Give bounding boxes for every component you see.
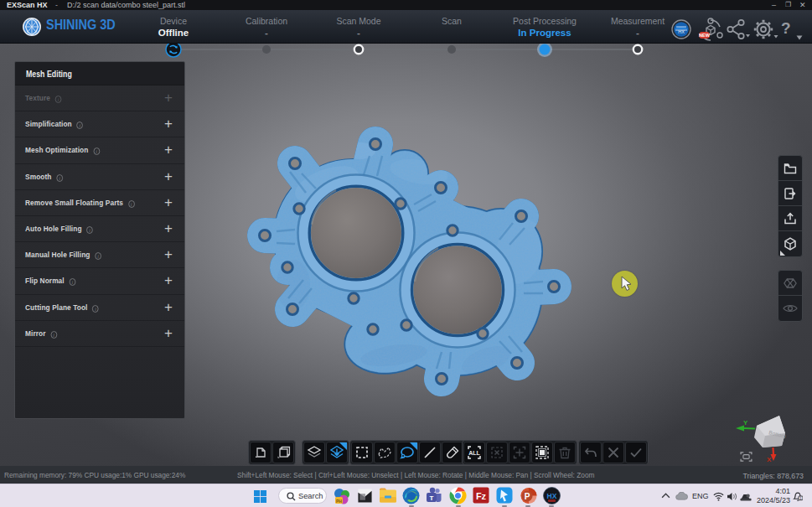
svg-text:PH: PH	[336, 499, 342, 504]
svg-text:Y: Y	[743, 419, 748, 427]
svg-text:X: X	[767, 456, 772, 463]
svg-text:P: P	[525, 492, 530, 501]
svg-text:HX: HX	[547, 492, 557, 500]
svg-text:T: T	[430, 494, 434, 502]
svg-text:HX: HX	[678, 29, 685, 34]
svg-text:Fz: Fz	[476, 491, 487, 501]
svg-text:NEW: NEW	[699, 33, 711, 38]
